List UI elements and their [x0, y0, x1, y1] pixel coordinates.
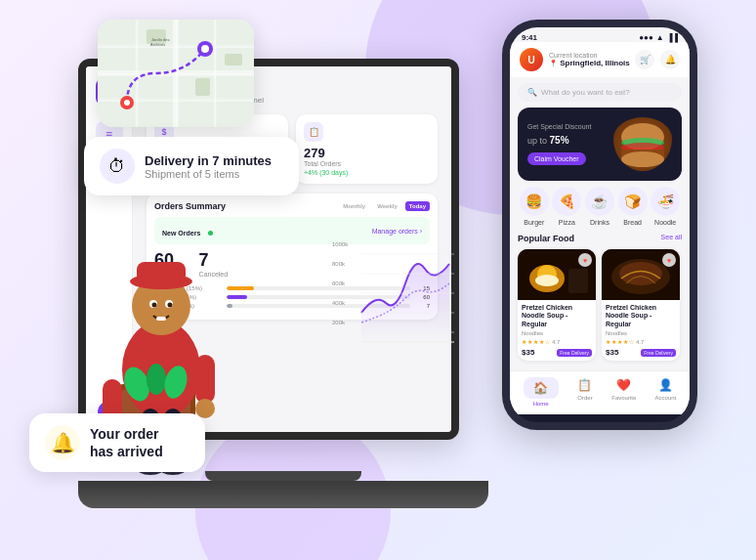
svg-rect-11 — [195, 78, 210, 96]
svg-text:600k: 600k — [332, 280, 346, 286]
manage-orders-link[interactable]: Manage orders › — [372, 228, 422, 235]
food-price-row-1: $35 Free Delivery — [522, 348, 592, 357]
category-drinks[interactable]: ☕ Drinks — [585, 187, 614, 226]
bread-icon: 🍞 — [618, 187, 648, 216]
tab-weekly[interactable]: Weekly — [373, 201, 401, 211]
noodle-label: Noodle — [654, 219, 676, 226]
orders-label: Total Orders — [304, 160, 430, 167]
food-stars-2: ★ ★ ★ ★ ☆ 4.7 — [606, 338, 676, 345]
food-card-1[interactable]: ♥ Pretzel Chicken Noodle Soup - Regular … — [518, 249, 596, 361]
svg-point-36 — [168, 303, 173, 308]
popular-food-header: Popular Food See all — [510, 234, 690, 243]
orders-summary-title: Orders Summary — [154, 201, 226, 211]
star-value-2: 4.7 — [636, 339, 644, 345]
star-2: ★ — [527, 338, 532, 345]
category-pizza[interactable]: 🍕 Pizza — [552, 187, 581, 226]
nav-home-label: Home — [533, 401, 549, 407]
nav-order-label: Order — [577, 395, 592, 401]
bread-label: Bread — [623, 219, 642, 226]
discount-value: 75% — [550, 135, 569, 146]
chart-overlay: 1000k 800k 600k 400k 200k — [332, 235, 459, 352]
phone-time: 9:41 — [522, 33, 537, 42]
svg-point-39 — [147, 364, 166, 395]
star-value-1: 4.7 — [552, 339, 560, 345]
food-image-1: ♥ — [518, 249, 596, 300]
svg-text:Archives: Archives — [150, 42, 165, 47]
delivery-subtitle: Shipment of 5 items — [145, 168, 272, 180]
phone-location-city: 📍 Springfield, Illinois — [549, 59, 630, 67]
see-all-link[interactable]: See all — [661, 234, 682, 243]
food-card-2[interactable]: ♥ Pretzel Chicken Noodle Soup - Regular … — [602, 249, 680, 361]
drinks-label: Drinks — [590, 219, 609, 226]
phone-search-bar[interactable]: 🔍 What do you want to eat? — [518, 83, 682, 102]
star-3: ★ — [533, 338, 538, 345]
phone-status-icons: ●●● ▲ ▐▐ — [639, 33, 678, 42]
orders-card: 📋 279 Total Orders +4% (30 days) — [296, 114, 438, 184]
tab-monthly[interactable]: Monthly — [339, 201, 369, 211]
food-heart-icon-1[interactable]: ♥ — [578, 253, 592, 267]
food-category-1: Noodles — [522, 330, 592, 336]
search-icon: 🔍 — [527, 88, 537, 97]
svg-point-7 — [201, 45, 209, 53]
food-heart-icon-2[interactable]: ♥ — [662, 253, 676, 267]
banner-burger-image — [613, 117, 672, 171]
nav-favourite[interactable]: ❤️ Favourite — [611, 377, 636, 407]
popular-food-title: Popular Food — [518, 234, 574, 243]
svg-rect-12 — [225, 54, 242, 65]
tab-today[interactable]: Today — [405, 201, 430, 211]
food-cards-row: ♥ Pretzel Chicken Noodle Soup - Regular … — [510, 249, 690, 361]
order-icon: 📋 — [577, 377, 593, 393]
star-4: ★ — [539, 338, 544, 345]
svg-point-9 — [124, 100, 130, 106]
up-to-text: up to — [527, 136, 550, 146]
star-1: ★ — [522, 338, 526, 345]
phone-categories: 🍔 Burger 🍕 Pizza ☕ Drinks 🍞 Bread 🍜 Nood… — [510, 187, 690, 226]
pizza-label: Pizza — [559, 219, 575, 226]
category-noodle[interactable]: 🍜 Noodle — [651, 187, 680, 226]
category-bread[interactable]: 🍞 Bread — [618, 187, 648, 226]
svg-rect-32 — [137, 262, 186, 283]
phone-avatar: U — [520, 48, 543, 71]
banner-food-image — [613, 117, 672, 171]
nav-home-bg: 🏠 — [524, 377, 559, 399]
nav-account[interactable]: 👤 Account — [655, 377, 677, 407]
phone-banner: Get Special Discount up to 75% Claim Vou… — [518, 108, 682, 181]
home-icon: 🏠 — [533, 380, 549, 396]
food-image-2: ♥ — [602, 249, 680, 300]
phone-bottom-nav: 🏠 Home 📋 Order ❤️ Favourite 👤 Account — [510, 370, 690, 414]
notification-icon[interactable]: 🔔 — [660, 50, 680, 69]
star2-half: ☆ — [629, 338, 634, 345]
food-name-2: Pretzel Chicken Noodle Soup - Regular — [606, 304, 676, 328]
cart-icon[interactable]: 🛒 — [635, 50, 654, 69]
food-info-2: Pretzel Chicken Noodle Soup - Regular No… — [602, 300, 680, 361]
star2-3: ★ — [617, 338, 622, 345]
nav-order[interactable]: 📋 Order — [577, 377, 593, 407]
phone-header-icons: 🛒 🔔 — [635, 50, 680, 69]
category-burger[interactable]: 🍔 Burger — [520, 187, 549, 226]
signal-icon: ●●● — [639, 33, 653, 42]
phone-location-label: Current location — [549, 52, 630, 59]
svg-point-59 — [619, 262, 662, 285]
burger-label: Burger — [524, 219, 544, 226]
phone-banner-text: Get Special Discount up to 75% Claim Vou… — [527, 123, 591, 165]
claim-voucher-button[interactable]: Claim Voucher — [527, 152, 586, 165]
battery-icon: ▐▐ — [667, 33, 678, 42]
svg-text:400k: 400k — [332, 300, 346, 306]
pizza-icon: 🍕 — [552, 187, 581, 216]
phone-header: U Current location 📍 Springfield, Illino… — [510, 42, 690, 77]
favourite-icon: ❤️ — [616, 377, 632, 393]
food-price-2: $35 — [606, 348, 618, 357]
free-delivery-badge-1: Free Delivery — [557, 349, 592, 357]
delivery-card: ⏱ Delivery in 7 minutes Shipment of 5 it… — [84, 137, 299, 195]
free-delivery-badge-2: Free Delivery — [641, 349, 676, 357]
svg-point-51 — [621, 151, 664, 167]
orders-tabs: Monthly Weekly Today — [339, 201, 430, 211]
star2-4: ★ — [623, 338, 628, 345]
nav-home[interactable]: 🏠 Home — [524, 377, 559, 407]
svg-text:800k: 800k — [332, 261, 346, 267]
phone-status-bar: 9:41 ●●● ▲ ▐▐ — [510, 27, 690, 42]
food-info-1: Pretzel Chicken Noodle Soup - Regular No… — [518, 300, 596, 361]
delivery-title: Delivery in 7 minutes — [145, 153, 272, 168]
location-pin-icon: 📍 — [549, 60, 558, 66]
search-placeholder-text: What do you want to eat? — [541, 88, 630, 97]
